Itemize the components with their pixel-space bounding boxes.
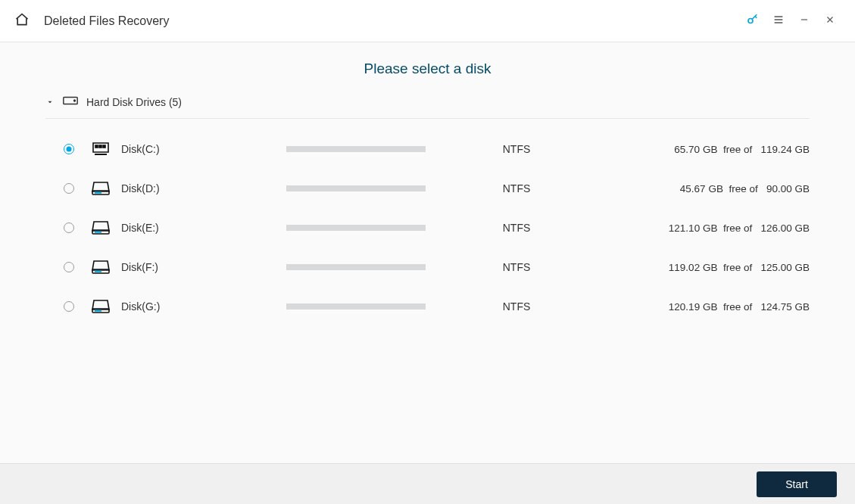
radio-option[interactable] [64,222,74,233]
disk-icon [91,298,111,315]
svg-rect-5 [103,145,105,148]
usage-bar [286,225,426,231]
disk-icon [91,180,111,197]
home-button[interactable] [14,13,30,30]
disk-row[interactable]: Disk(D:)NTFS45.67 GB free of 90.00 GB [45,169,810,208]
minimize-button[interactable] [791,8,817,34]
home-icon [14,12,30,30]
footer: Start [0,463,855,504]
close-button[interactable] [817,8,843,34]
disk-icon [91,141,111,157]
minimize-icon [799,14,810,28]
svg-rect-3 [95,145,98,148]
svg-rect-11 [95,271,101,272]
disk-group-header[interactable]: Hard Disk Drives (5) [45,91,810,119]
key-icon [746,13,760,30]
disk-name: Disk(E:) [121,222,286,234]
page-title: Deleted Files Recovery [44,14,169,28]
disk-list: Disk(C:)NTFS65.70 GB free of 119.24 GBDi… [45,119,810,326]
disk-name: Disk(G:) [121,300,286,313]
filesystem-label: NTFS [426,182,607,194]
start-button[interactable]: Start [757,471,837,497]
space-label: 119.02 GB free of 125.00 GB [607,262,810,273]
disk-name: Disk(C:) [121,143,286,155]
key-button[interactable] [740,8,766,34]
group-label: Hard Disk Drives (5) [86,96,182,108]
disk-row[interactable]: Disk(E:)NTFS121.10 GB free of 126.00 GB [45,208,810,247]
svg-point-2 [74,100,76,101]
usage-bar [286,303,426,310]
space-label: 120.19 GB free of 124.75 GB [607,301,810,313]
disk-icon [91,259,111,275]
heading: Please select a disk [45,61,810,77]
close-icon [825,14,835,28]
disk-row[interactable]: Disk(C:)NTFS65.70 GB free of 119.24 GB [45,129,810,169]
chevron-down-icon [45,98,55,106]
filesystem-label: NTFS [426,143,607,155]
disk-row[interactable]: Disk(F:)NTFS119.02 GB free of 125.00 GB [45,247,810,287]
svg-rect-9 [95,232,101,233]
radio-option[interactable] [64,183,74,194]
usage-bar [286,185,426,191]
radio-option[interactable] [64,144,74,154]
hamburger-icon [772,14,785,29]
filesystem-label: NTFS [426,261,607,273]
space-label: 121.10 GB free of 126.00 GB [607,222,810,234]
titlebar: Deleted Files Recovery [0,0,855,42]
content-area: Please select a disk Hard Disk Drives (5… [0,42,855,326]
svg-point-0 [748,18,753,23]
disk-name: Disk(D:) [121,182,286,194]
radio-option[interactable] [64,262,74,272]
radio-option[interactable] [64,301,74,312]
space-label: 65.70 GB free of 119.24 GB [607,144,810,155]
space-label: 45.67 GB free of 90.00 GB [607,183,810,194]
disk-row[interactable]: Disk(G:)NTFS120.19 GB free of 124.75 GB [45,287,810,326]
filesystem-label: NTFS [426,300,607,313]
svg-rect-13 [95,310,101,312]
disk-icon [91,219,111,236]
filesystem-label: NTFS [426,222,607,234]
usage-bar [286,264,426,270]
menu-button[interactable] [766,8,791,34]
svg-rect-4 [99,145,101,148]
disk-name: Disk(F:) [121,261,286,273]
drive-group-icon [62,94,79,110]
svg-rect-7 [95,192,101,194]
usage-bar [286,146,426,152]
